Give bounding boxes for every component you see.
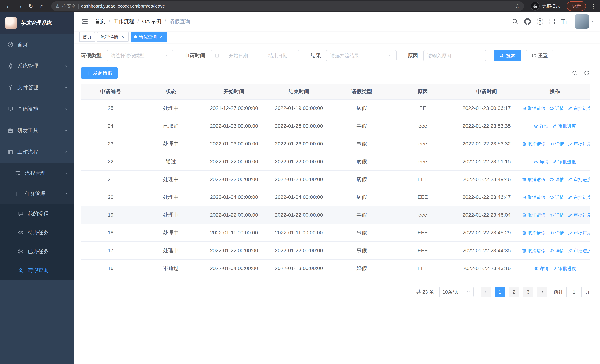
- bookmark-star-icon[interactable]: ☆: [515, 3, 520, 9]
- page-button-3[interactable]: 3: [523, 287, 533, 297]
- action-progress-link[interactable]: 审批进度: [552, 123, 576, 129]
- action-detail-link[interactable]: 详情: [534, 266, 548, 271]
- fullscreen-icon[interactable]: [549, 18, 555, 25]
- breadcrumb-oa-example[interactable]: OA 示例: [142, 18, 161, 25]
- user-menu[interactable]: [575, 14, 594, 28]
- action-progress-link[interactable]: 审批进度: [568, 248, 590, 254]
- active-tab-dot: [134, 35, 137, 38]
- reload-icon[interactable]: ↻: [26, 1, 36, 11]
- action-cancel-link[interactable]: 取消请假: [522, 248, 545, 254]
- action-detail-link[interactable]: 详情: [549, 105, 564, 111]
- breadcrumb-workflow[interactable]: 工作流程: [113, 18, 134, 25]
- back-icon[interactable]: ←: [4, 1, 13, 11]
- sidebar-item-home[interactable]: 首页: [0, 34, 74, 55]
- sidebar-item-system[interactable]: 系统管理: [0, 55, 74, 77]
- caret-down-icon: [591, 20, 594, 22]
- tab-home[interactable]: 首页: [79, 32, 95, 42]
- cell-apply-time: 2022-01-22 23:46:47: [453, 188, 520, 206]
- action-detail-link[interactable]: 详情: [549, 248, 564, 254]
- reason-input[interactable]: [427, 53, 482, 59]
- tab-process-detail[interactable]: 流程详情 ×: [97, 32, 129, 42]
- action-cancel-link[interactable]: 取消请假: [522, 212, 545, 218]
- sidebar-item-leave-query[interactable]: 请假查询: [0, 261, 74, 280]
- browser-chrome: ← → ↻ ⌂ ⚠ 不安全 dashboard.yudao.iocoder.cn…: [0, 0, 600, 12]
- breadcrumb: 首页 / 工作流程 / OA 示例 / 请假查询: [95, 18, 190, 25]
- cell-start-time: 2022-01-22 00:00:00: [201, 153, 266, 170]
- breadcrumb-home[interactable]: 首页: [95, 18, 105, 25]
- sidebar-item-infrastructure[interactable]: 基础设施: [0, 98, 74, 120]
- cell-leave-type: 事假: [331, 242, 392, 260]
- github-icon[interactable]: [524, 18, 531, 25]
- action-detail-link[interactable]: 详情: [549, 212, 564, 218]
- sidebar-item-my-processes[interactable]: 我的流程: [0, 204, 74, 223]
- action-cancel-link[interactable]: 取消请假: [522, 195, 545, 200]
- help-icon[interactable]: ?: [537, 18, 543, 25]
- sidebar-collapse-icon[interactable]: [80, 17, 90, 26]
- action-cancel-link[interactable]: 取消请假: [522, 105, 545, 111]
- action-progress-link[interactable]: 审批进度: [568, 105, 590, 111]
- cell-apply-time: 2022-01-22 23:53:32: [453, 135, 520, 153]
- action-detail-link[interactable]: 详情: [534, 159, 548, 165]
- reset-button[interactable]: 重置: [526, 50, 553, 61]
- address-divider: [78, 4, 79, 9]
- toggle-search-icon[interactable]: [572, 70, 578, 76]
- table-row: 23 处理中 2022-01-03 00:00:00 2022-01-26 00…: [81, 135, 590, 153]
- create-leave-button[interactable]: 发起请假: [81, 67, 118, 79]
- apply-time-range-picker[interactable]: 开始日期 - 结束日期: [210, 50, 300, 61]
- briefcase-icon: [7, 128, 13, 133]
- forward-icon[interactable]: →: [15, 1, 24, 11]
- incognito-label: 无痕模式: [542, 3, 560, 9]
- browser-menu-icon[interactable]: ⋮: [590, 3, 596, 9]
- sidebar-item-task-management[interactable]: 任务管理: [0, 184, 74, 204]
- sidebar-item-workflow[interactable]: 工作流程: [0, 141, 74, 163]
- sidebar-item-payment[interactable]: 支付管理: [0, 77, 74, 98]
- action-detail-link[interactable]: 详情: [549, 177, 564, 183]
- update-button[interactable]: 更新: [567, 1, 586, 11]
- prev-page-button[interactable]: [481, 287, 491, 297]
- refresh-icon[interactable]: [584, 70, 590, 76]
- cell-end-time: 2022-01-22 00:00:00: [266, 153, 331, 170]
- dashboard-icon: [7, 42, 13, 47]
- sidebar-item-todo-tasks[interactable]: 待办任务: [0, 223, 74, 242]
- sidebar-item-done-tasks[interactable]: 已办任务: [0, 242, 74, 261]
- home-icon[interactable]: ⌂: [37, 1, 47, 11]
- sidebar-item-devtools[interactable]: 研发工具: [0, 120, 74, 141]
- cell-reason: eee: [392, 117, 453, 135]
- close-icon[interactable]: ×: [120, 34, 125, 39]
- action-detail-link[interactable]: 详情: [549, 141, 564, 147]
- action-cancel-link[interactable]: 取消请假: [522, 141, 545, 147]
- cell-apply-time: 2022-01-22 23:49:46: [453, 170, 520, 188]
- cell-apply-time: 2022-01-22 23:53:35: [453, 117, 520, 135]
- address-bar[interactable]: ⚠ 不安全 dashboard.yudao.iocoder.cn/bpm/oa/…: [51, 1, 524, 11]
- tab-leave-query[interactable]: 请假查询 ×: [131, 32, 167, 42]
- action-cancel-link[interactable]: 取消请假: [522, 177, 545, 183]
- action-progress-link[interactable]: 审批进度: [568, 212, 590, 218]
- goto-page-input[interactable]: [566, 287, 582, 297]
- sidebar-item-process-management[interactable]: 流程管理: [0, 163, 74, 184]
- search-button[interactable]: 搜索: [494, 50, 521, 61]
- action-progress-link[interactable]: 审批进度: [552, 159, 576, 165]
- cell-end-time: 2022-01-11 00:00:00: [266, 224, 331, 242]
- action-progress-link[interactable]: 审批进度: [568, 177, 590, 183]
- page-button-1[interactable]: 1: [495, 287, 505, 297]
- action-detail-link[interactable]: 详情: [534, 123, 548, 129]
- action-detail-link[interactable]: 详情: [549, 230, 564, 236]
- action-progress-link[interactable]: 审批进度: [568, 230, 590, 236]
- action-cancel-link[interactable]: 取消请假: [522, 230, 545, 236]
- page-size-select[interactable]: 10条/页: [439, 287, 474, 297]
- action-progress-link[interactable]: 审批进度: [568, 195, 590, 200]
- cell-actions: 详情审批进度: [520, 117, 590, 135]
- cell-start-time: 2022-01-22 00:00:00: [201, 242, 266, 260]
- action-progress-link[interactable]: 审批进度: [552, 266, 576, 271]
- next-page-button[interactable]: [537, 287, 547, 297]
- font-size-icon[interactable]: TT: [561, 19, 567, 24]
- search-icon[interactable]: [512, 18, 518, 25]
- close-icon[interactable]: ×: [159, 34, 164, 39]
- leave-type-select[interactable]: 请选择请假类型: [107, 50, 173, 61]
- result-select[interactable]: 请选择流结果: [326, 50, 396, 61]
- page-button-2[interactable]: 2: [509, 287, 519, 297]
- action-progress-link[interactable]: 审批进度: [568, 141, 590, 147]
- action-detail-link[interactable]: 详情: [549, 195, 564, 200]
- warning-icon: ⚠: [56, 3, 60, 9]
- cell-end-time: 2022-01-19 00:00:00: [266, 99, 331, 117]
